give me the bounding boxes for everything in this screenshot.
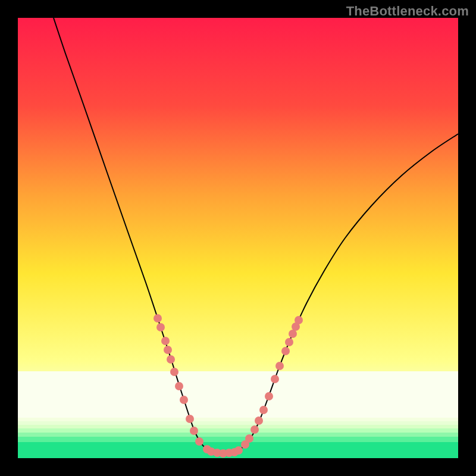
curve-marker	[190, 427, 198, 435]
curve-marker	[154, 314, 162, 322]
curve-marker	[295, 316, 303, 324]
svg-rect-1	[18, 437, 458, 442]
chart-svg	[18, 18, 458, 458]
curve-marker	[289, 330, 297, 338]
curve-marker	[234, 446, 243, 455]
chart-frame: TheBottleneck.com	[0, 0, 476, 476]
curve-marker	[167, 355, 175, 364]
curve-marker	[245, 434, 253, 443]
svg-rect-5	[18, 421, 458, 425]
curve-marker	[186, 415, 194, 423]
curve-marker	[156, 323, 165, 331]
plot-area	[18, 18, 458, 458]
svg-rect-6	[18, 418, 458, 421]
svg-rect-3	[18, 428, 458, 433]
svg-rect-7	[18, 371, 458, 418]
curve-marker	[250, 425, 259, 434]
curve-marker	[180, 396, 188, 404]
watermark-text: TheBottleneck.com	[346, 4, 469, 19]
curve-marker	[161, 337, 170, 345]
curve-marker	[259, 406, 268, 414]
svg-rect-2	[18, 433, 458, 437]
curve-marker	[271, 375, 279, 383]
curve-marker	[275, 362, 284, 370]
curve-marker	[170, 368, 178, 376]
curve-marker	[164, 346, 172, 354]
curve-marker	[195, 437, 203, 446]
curve-marker	[255, 416, 263, 425]
curve-marker	[281, 347, 290, 355]
bottom-stripes	[18, 371, 458, 458]
curve-marker	[265, 392, 273, 400]
svg-rect-4	[18, 425, 458, 428]
curve-marker	[175, 382, 183, 390]
curve-marker	[285, 338, 293, 346]
